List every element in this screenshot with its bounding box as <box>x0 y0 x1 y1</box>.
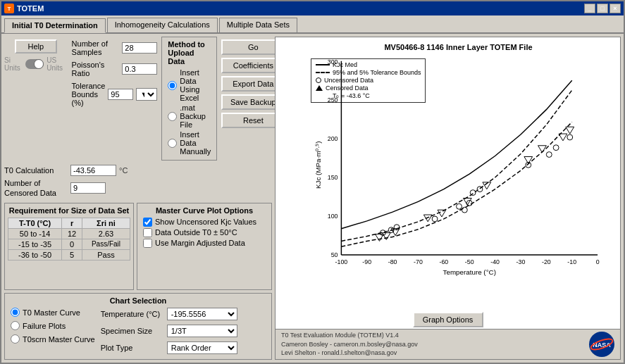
row1-range: -15 to -35 <box>8 239 62 249</box>
margin-adjusted-row: Use Margin Adjusted Data <box>143 239 266 248</box>
method-manual-row: Insert Data Manually <box>168 130 211 156</box>
svg-marker-35 <box>382 233 390 240</box>
row0-range: 50 to -14 <box>8 228 62 239</box>
row2-r: 5 <box>62 249 82 260</box>
plot-type-select[interactable]: Rank Order Normal Log Normal <box>167 341 237 354</box>
left-panel: Help Si Units US Units Number of Samples <box>4 37 272 360</box>
row1-r: 0 <box>62 239 82 249</box>
method-excel-label: Insert Data Using Excel <box>180 68 211 102</box>
svg-text:100: 100 <box>328 213 338 220</box>
method-mat-label: .mat Backup File <box>180 103 211 129</box>
svg-text:-10: -10 <box>567 258 576 265</box>
req-title: Requirement for Size of Data Set <box>8 206 130 215</box>
graph-svg: 50 100 150 200 250 300 -100 -90 -80 -70 … <box>302 54 616 289</box>
svg-point-24 <box>432 216 438 222</box>
data-outside-label: Data Outside T0 ± 50°C <box>155 228 237 237</box>
tolerance-select[interactable]: ▼ <box>136 88 157 101</box>
svg-text:-60: -60 <box>439 258 448 265</box>
poissons-label: Poisson's Ratio <box>72 61 120 77</box>
t0-unit-label: °C <box>119 166 128 175</box>
show-uncensored-label: Show Uncensored Kjc Values <box>155 218 256 226</box>
temperature-chart-label: Temperature (°C) <box>101 310 164 318</box>
svg-text:50: 50 <box>331 251 338 258</box>
si-us-toggle[interactable]: Si Units US Units <box>4 56 68 72</box>
method-mat-radio[interactable] <box>168 112 177 121</box>
table-row: -36 to -50 5 Pass <box>8 249 130 260</box>
close-button[interactable]: × <box>609 4 621 13</box>
temperature-row: Temperature (°C) -195.5556 <box>101 308 237 320</box>
app-icon: T <box>4 4 14 13</box>
req-header-sri: Σri ni <box>82 218 130 228</box>
right-panel: MV50466-8 1146 Inner Layer TOTEM File KJ… <box>275 37 621 360</box>
svg-text:-70: -70 <box>414 258 423 265</box>
row1-sri: Pass/Fail <box>82 239 130 249</box>
svg-marker-37 <box>423 215 432 222</box>
method-manual-radio[interactable] <box>168 139 177 148</box>
failure-plots-radio[interactable] <box>11 321 20 330</box>
tab-multiple-data[interactable]: Multiple Data Sets <box>219 18 297 32</box>
specimen-size-select[interactable]: 1/3T <box>167 325 237 337</box>
svg-text:150: 150 <box>328 174 338 181</box>
samples-label: Number of Samples <box>72 39 120 56</box>
method-excel-radio[interactable] <box>168 81 177 90</box>
t0-section: T0 Calculation °C Number ofCensored Data <box>4 163 272 200</box>
svg-marker-44 <box>566 127 574 134</box>
samples-input[interactable] <box>122 42 157 54</box>
poissons-input[interactable] <box>122 63 157 75</box>
svg-text:-80: -80 <box>388 258 397 265</box>
show-uncensored-checkbox[interactable] <box>143 218 152 227</box>
tab-inhomogeneity[interactable]: Inhomogeneity Calculations <box>107 18 218 32</box>
footer-bar: T0 Test Evaluation Module (TOTEM) V1.4 C… <box>276 329 620 359</box>
svg-text:0: 0 <box>596 258 600 265</box>
data-outside-row: Data Outside T0 ± 50°C <box>143 228 266 237</box>
svg-text:-30: -30 <box>516 258 526 265</box>
row0-r: 12 <box>62 228 82 239</box>
method-excel-row: Insert Data Using Excel <box>168 68 211 102</box>
req-header-r: r <box>62 218 82 228</box>
chart-selection-box: Chart Selection T0 Master Curve Failure … <box>4 293 272 360</box>
titlebar: T TOTEM _ □ × <box>1 1 624 15</box>
footer-text: T0 Test Evaluation Module (TOTEM) V1.4 C… <box>281 331 418 358</box>
temperature-select[interactable]: -195.5556 <box>167 308 237 320</box>
t0-master-curve-radio[interactable] <box>11 308 20 317</box>
footer-line3: Levi Shelton - ronald.l.shelton@nasa.gov <box>281 349 397 356</box>
t0-calc-label: T0 Calculation <box>4 166 68 175</box>
data-outside-checkbox[interactable] <box>143 228 152 237</box>
toggle-track[interactable] <box>25 59 44 69</box>
maximize-button[interactable]: □ <box>597 4 608 13</box>
graph-title: MV50466-8 1146 Inner Layer TOTEM File <box>304 43 613 51</box>
svg-text:Temperature (°C): Temperature (°C) <box>443 268 496 276</box>
tab-bar: Initial T0 Determination Inhomogeneity C… <box>1 15 624 34</box>
svg-text:-40: -40 <box>490 258 500 265</box>
margin-adjusted-checkbox[interactable] <box>143 239 152 248</box>
t0-calc-input[interactable] <box>70 165 116 176</box>
poissons-row: Poisson's Ratio <box>72 61 158 77</box>
req-header-range: T-T0 (°C) <box>8 218 62 228</box>
graph-options-button[interactable]: Graph Options <box>413 312 483 327</box>
us-units-label: US Units <box>47 56 67 72</box>
tolerance-label: Tolerance Bounds (%) <box>72 82 106 107</box>
method-title: Method to Upload Data <box>168 40 211 65</box>
t0scrn-radio[interactable] <box>11 334 20 344</box>
censored-input[interactable] <box>70 182 106 194</box>
method-mat-row: .mat Backup File <box>168 103 211 129</box>
plot-options-box: Master Curve Plot Options Show Uncensore… <box>137 203 272 290</box>
graph-options-btn-area: Graph Options <box>276 310 620 329</box>
help-button[interactable]: Help <box>15 39 57 54</box>
svg-point-29 <box>477 187 483 192</box>
svg-point-26 <box>462 207 467 213</box>
t0scrn-row: T0scrn Master Curve <box>11 334 95 344</box>
requirements-table: T-T0 (°C) r Σri ni 50 to -14 12 2.63 <box>8 218 130 261</box>
censored-label: Number ofCensored Data <box>4 178 68 199</box>
svg-text:-90: -90 <box>362 258 371 265</box>
tab-initial-t0[interactable]: Initial T0 Determination <box>4 18 106 33</box>
chart-selection-title: Chart Selection <box>11 296 266 305</box>
minimize-button[interactable]: _ <box>584 4 595 13</box>
tolerance-input[interactable] <box>108 89 133 100</box>
row0-sri: 2.63 <box>82 228 130 239</box>
svg-text:250: 250 <box>328 96 338 103</box>
svg-point-33 <box>567 134 573 140</box>
samples-row: Number of Samples <box>72 39 158 56</box>
svg-text:-100: -100 <box>335 258 348 265</box>
row2-sri: Pass <box>82 249 130 260</box>
